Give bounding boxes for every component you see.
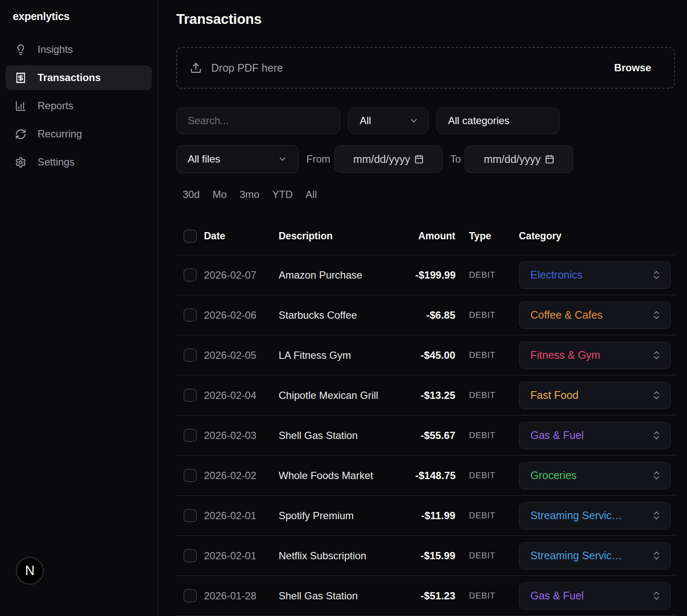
sidebar-item-reports[interactable]: Reports — [6, 93, 152, 118]
type-filter-select[interactable]: All — [348, 108, 428, 134]
drop-label: Drop PDF here — [211, 62, 283, 74]
framework-badge[interactable]: N — [16, 557, 44, 585]
transaction-description: Whole Foods Market — [279, 470, 415, 482]
from-label: From — [306, 153, 330, 165]
transaction-type: DEBIT — [455, 551, 519, 561]
category-select[interactable]: Fast Food — [519, 382, 671, 409]
row-checkbox[interactable] — [183, 589, 197, 602]
transaction-amount: -$45.00 — [415, 349, 455, 361]
column-header-amount: Amount — [415, 230, 455, 242]
calendar-icon[interactable] — [545, 154, 554, 164]
select-all-checkbox[interactable] — [183, 230, 197, 243]
category-label: Coffee & Cafes — [530, 309, 603, 321]
sidebar-item-label: Reports — [38, 100, 73, 112]
quick-range-30d[interactable]: 30d — [183, 189, 200, 200]
transaction-type: DEBIT — [455, 390, 519, 400]
type-filter-value: All — [360, 115, 371, 127]
category-label: Streaming Servic… — [530, 549, 622, 562]
quick-range-ytd[interactable]: YTD — [272, 189, 293, 200]
table-row: 2026-02-01 Spotify Premium -$11.99 DEBIT… — [176, 496, 675, 536]
transaction-description: Netflix Subscription — [279, 550, 415, 562]
filter-row-primary: All All categories — [176, 108, 675, 134]
filter-row-secondary: All files From mm/dd/yyyy To mm/dd/yyyy — [176, 145, 675, 173]
search-input[interactable] — [176, 108, 340, 134]
category-select[interactable]: Coffee & Cafes — [519, 302, 671, 329]
category-filter-button[interactable]: All categories — [437, 108, 559, 134]
chevrons-up-down-icon — [651, 310, 662, 320]
transaction-description: Starbucks Coffee — [279, 309, 415, 321]
upload-icon — [190, 62, 202, 74]
pdf-dropzone[interactable]: Drop PDF here Browse — [176, 47, 675, 89]
transaction-type: DEBIT — [455, 430, 519, 440]
transaction-date: 2026-02-01 — [204, 550, 279, 562]
row-checkbox[interactable] — [183, 549, 197, 562]
category-select[interactable]: Fitness & Gym — [519, 342, 671, 369]
table-row: 2026-02-07 Amazon Purchase -$199.99 DEBI… — [176, 255, 675, 295]
category-select[interactable]: Streaming Servic… — [519, 542, 671, 570]
row-checkbox[interactable] — [183, 349, 197, 362]
transaction-type: DEBIT — [455, 350, 519, 360]
category-select[interactable]: Groceries — [519, 462, 671, 489]
quick-range-all[interactable]: All — [306, 189, 317, 200]
transaction-date: 2026-02-03 — [204, 430, 279, 442]
row-checkbox[interactable] — [183, 469, 197, 482]
transaction-description: Spotify Premium — [279, 510, 415, 522]
column-header-type: Type — [455, 230, 519, 242]
table-row: 2026-02-02 Whole Foods Market -$148.75 D… — [176, 456, 675, 496]
table-row: 2026-02-04 Chipotle Mexican Grill -$13.2… — [176, 375, 675, 416]
category-select[interactable]: Streaming Servic… — [519, 502, 671, 529]
sidebar-item-transactions[interactable]: Transactions — [6, 65, 152, 90]
receipt-icon — [15, 72, 26, 84]
row-checkbox[interactable] — [183, 308, 197, 322]
table-row: 2026-02-01 Netflix Subscription -$15.99 … — [176, 536, 675, 576]
transaction-type: DEBIT — [455, 310, 519, 320]
category-label: Gas & Fuel — [530, 590, 584, 602]
category-label: Fast Food — [530, 389, 579, 401]
table-header-row: Date Description Amount Type Category — [176, 218, 675, 255]
transaction-description: Shell Gas Station — [279, 590, 415, 602]
transaction-type: DEBIT — [455, 591, 519, 601]
row-checkbox[interactable] — [183, 509, 197, 522]
transaction-type: DEBIT — [455, 511, 519, 520]
category-label: Electronics — [530, 269, 582, 281]
transaction-date: 2026-01-28 — [204, 590, 279, 602]
category-label: Groceries — [530, 469, 576, 482]
transaction-date: 2026-02-05 — [204, 349, 279, 361]
file-filter-select[interactable]: All files — [176, 145, 299, 173]
transaction-date: 2026-02-02 — [204, 470, 279, 482]
quick-range-mo[interactable]: Mo — [213, 189, 227, 200]
transaction-amount: -$6.85 — [415, 309, 455, 321]
column-header-category: Category — [519, 230, 675, 242]
category-select[interactable]: Gas & Fuel — [519, 422, 671, 449]
category-select[interactable]: Electronics — [519, 262, 671, 289]
date-to-input[interactable]: mm/dd/yyyy — [465, 145, 573, 173]
sidebar-item-settings[interactable]: Settings — [6, 150, 152, 174]
sidebar-item-insights[interactable]: Insights — [6, 37, 152, 62]
category-select[interactable]: Gas & Fuel — [519, 582, 671, 610]
chevrons-up-down-icon — [651, 430, 662, 441]
row-checkbox[interactable] — [183, 429, 197, 442]
quick-range-3mo[interactable]: 3mo — [239, 189, 259, 200]
transaction-description: Shell Gas Station — [279, 430, 415, 442]
sidebar-item-label: Recurring — [38, 128, 82, 140]
date-to-value: mm/dd/yyyy — [484, 153, 541, 166]
date-from-input[interactable]: mm/dd/yyyy — [335, 145, 442, 173]
page-title: Transactions — [176, 11, 675, 27]
drop-hint: Drop PDF here — [190, 62, 283, 74]
chevrons-up-down-icon — [651, 550, 662, 561]
transaction-date: 2026-02-07 — [204, 269, 279, 281]
browse-button[interactable]: Browse — [614, 62, 651, 74]
gear-icon — [15, 157, 26, 168]
row-checkbox[interactable] — [183, 268, 197, 282]
row-checkbox[interactable] — [183, 389, 197, 402]
sidebar-item-recurring[interactable]: Recurring — [6, 122, 152, 146]
sidebar: expenlytics Insights Transactions Report… — [0, 0, 158, 616]
table-row: 2026-02-05 LA Fitness Gym -$45.00 DEBIT … — [176, 335, 675, 375]
chevron-down-icon — [409, 116, 419, 125]
transaction-date: 2026-02-06 — [204, 309, 279, 321]
table-row: 2026-02-03 Shell Gas Station -$55.67 DEB… — [176, 416, 675, 456]
chevron-down-icon — [278, 154, 287, 164]
category-label: Gas & Fuel — [530, 429, 584, 442]
transaction-amount: -$13.25 — [415, 389, 455, 401]
calendar-icon[interactable] — [414, 154, 424, 164]
